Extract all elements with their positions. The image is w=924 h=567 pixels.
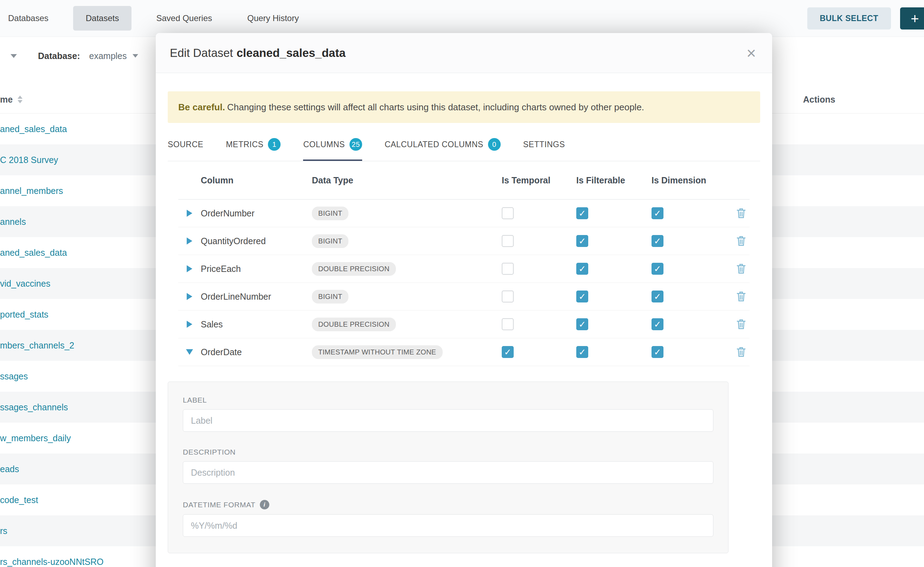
tab-source-label: SOURCE (168, 140, 203, 149)
label-input[interactable] (183, 409, 713, 432)
chevron-down-icon[interactable] (11, 54, 17, 58)
dataset-link[interactable]: ssages_channels (0, 392, 68, 423)
add-dataset-button[interactable]: + (900, 8, 924, 30)
is-dimension-checkbox[interactable] (652, 318, 664, 330)
dataset-link[interactable]: rs (0, 515, 8, 546)
dataset-link[interactable]: rs_channels-uzooNNtSRO (0, 546, 104, 567)
delete-icon[interactable] (736, 346, 746, 358)
dataset-link[interactable]: code_test (0, 484, 38, 515)
sort-icon[interactable] (18, 96, 23, 103)
datetime-format-field-label: DATETIME FORMAT i (183, 500, 713, 509)
is-dimension-checkbox[interactable] (652, 291, 664, 303)
column-row: Sales DOUBLE PRECISION (178, 310, 749, 338)
is-filterable-checkbox[interactable] (576, 346, 588, 358)
expand-caret-icon[interactable] (187, 210, 192, 217)
tab-metrics-badge: 1 (268, 138, 281, 151)
is-filterable-checkbox[interactable] (576, 207, 588, 219)
column-name: OrderDate (201, 347, 312, 357)
expand-caret-icon[interactable] (186, 349, 193, 355)
tab-settings[interactable]: SETTINGS (523, 129, 565, 161)
is-temporal-checkbox[interactable] (502, 235, 514, 247)
dataset-link[interactable]: C 2018 Survey (0, 144, 58, 175)
delete-icon[interactable] (736, 291, 746, 302)
datetime-format-field-group: DATETIME FORMAT i (183, 500, 713, 537)
columns-table: Column Data Type Is Temporal Is Filterab… (178, 161, 749, 366)
is-temporal-checkbox[interactable] (502, 318, 514, 330)
tab-metrics[interactable]: METRICS1 (226, 129, 281, 161)
data-type-pill: TIMESTAMP WITHOUT TIME ZONE (312, 345, 442, 359)
expand-caret-icon[interactable] (187, 237, 192, 244)
nav-item-query-history[interactable]: Query History (247, 14, 299, 23)
tab-columns[interactable]: COLUMNS25 (303, 129, 362, 161)
dataset-link[interactable]: annels (0, 206, 26, 237)
columns-table-header: Column Data Type Is Temporal Is Filterab… (178, 161, 749, 200)
column-detail-panel: LABEL DESCRIPTION DATETIME FORMAT i (168, 381, 728, 553)
column-name: OrderNumber (201, 208, 312, 219)
delete-icon[interactable] (736, 208, 746, 219)
modal-header: Edit Datasetcleaned_sales_data × (156, 33, 772, 73)
column-row: QuantityOrdered BIGINT (178, 227, 749, 255)
data-type-header: Data Type (312, 175, 502, 186)
column-name: OrderLineNumber (201, 292, 312, 302)
delete-icon[interactable] (736, 263, 746, 274)
dataset-link[interactable]: annel_members (0, 175, 63, 206)
dataset-link[interactable]: eads (0, 453, 19, 484)
dataset-link[interactable]: ssages (0, 361, 28, 392)
is-temporal-checkbox[interactable] (502, 263, 514, 275)
dataset-link[interactable]: aned_sales_data (0, 237, 67, 268)
description-field-label: DESCRIPTION (183, 448, 713, 456)
datetime-format-input[interactable] (183, 514, 713, 537)
tab-metrics-label: METRICS (226, 140, 263, 149)
info-icon[interactable]: i (260, 500, 269, 509)
description-input[interactable] (183, 461, 713, 484)
dataset-link[interactable]: aned_sales_data (0, 114, 67, 144)
nav-tabs: Databases Datasets Saved Queries Query H… (0, 6, 299, 31)
expand-caret-icon[interactable] (187, 265, 192, 272)
delete-icon[interactable] (736, 319, 746, 330)
warning-banner-text: Changing these settings will affect all … (227, 102, 644, 112)
is-dimension-checkbox[interactable] (652, 263, 664, 275)
description-field-group: DESCRIPTION (183, 448, 713, 484)
delete-icon[interactable] (736, 236, 746, 247)
column-row: OrderNumber BIGINT (178, 200, 749, 227)
name-column-header-label: me (0, 94, 13, 105)
tab-settings-label: SETTINGS (523, 140, 565, 149)
is-filterable-checkbox[interactable] (576, 263, 588, 275)
tab-source[interactable]: SOURCE (168, 129, 203, 161)
expand-caret-icon[interactable] (187, 321, 192, 328)
close-icon[interactable]: × (744, 45, 758, 62)
name-column-header[interactable]: me (0, 86, 23, 113)
is-dimension-checkbox[interactable] (652, 235, 664, 247)
is-temporal-checkbox[interactable] (502, 346, 514, 358)
is-temporal-checkbox[interactable] (502, 207, 514, 219)
column-header: Column (201, 175, 312, 186)
nav-item-databases[interactable]: Databases (8, 14, 48, 23)
is-dimension-checkbox[interactable] (652, 207, 664, 219)
data-type-pill: BIGINT (312, 207, 348, 220)
dataset-link[interactable]: w_members_daily (0, 423, 71, 453)
column-row: OrderDate TIMESTAMP WITHOUT TIME ZONE (178, 338, 749, 366)
modal-tabs: SOURCE METRICS1 COLUMNS25 CALCULATED COL… (168, 129, 760, 161)
is-temporal-checkbox[interactable] (502, 291, 514, 303)
is-dimension-header: Is Dimension (652, 175, 736, 186)
modal-title: Edit Datasetcleaned_sales_data (170, 46, 346, 60)
is-filterable-checkbox[interactable] (576, 291, 588, 303)
column-row: PriceEach DOUBLE PRECISION (178, 255, 749, 283)
database-filter-value[interactable]: examples (89, 51, 127, 61)
nav-item-saved-queries[interactable]: Saved Queries (156, 14, 212, 23)
tab-calculated-columns[interactable]: CALCULATED COLUMNS0 (385, 129, 501, 161)
nav-item-datasets[interactable]: Datasets (73, 6, 132, 31)
expand-caret-icon[interactable] (187, 293, 192, 300)
tab-calculated-columns-label: CALCULATED COLUMNS (385, 140, 483, 149)
chevron-down-icon[interactable] (132, 54, 138, 58)
warning-banner: Be careful.Changing these settings will … (168, 92, 760, 123)
dataset-link[interactable]: ported_stats (0, 299, 48, 330)
is-filterable-checkbox[interactable] (576, 235, 588, 247)
is-filterable-checkbox[interactable] (576, 318, 588, 330)
dataset-link[interactable]: vid_vaccines (0, 268, 50, 299)
data-type-pill: BIGINT (312, 290, 348, 303)
is-dimension-checkbox[interactable] (652, 346, 664, 358)
dataset-link[interactable]: mbers_channels_2 (0, 330, 74, 361)
bulk-select-button[interactable]: BULK SELECT (807, 8, 891, 30)
tab-calculated-columns-badge: 0 (488, 138, 501, 151)
